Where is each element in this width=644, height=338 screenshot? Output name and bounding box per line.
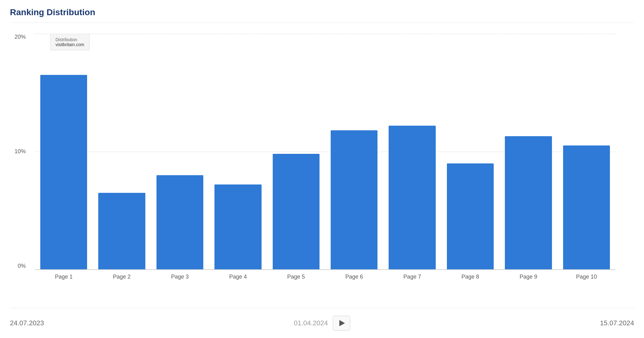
bar-page-10: [563, 145, 610, 269]
baseline: [35, 269, 615, 270]
tooltip-label: Distribution: [55, 37, 84, 42]
y-axis-labels: 20% 10% 0%: [15, 34, 26, 269]
y-label-0: 0%: [18, 263, 26, 269]
bar-group: [267, 34, 325, 269]
bar-group: [558, 34, 615, 269]
chart-inner: 20% 10% 0%: [35, 34, 615, 269]
x-label-page-6: Page 6: [325, 274, 383, 280]
page-container: Ranking Distribution Distribution visitb…: [0, 0, 644, 338]
x-label-page-2: Page 2: [93, 274, 151, 280]
bottom-bar: 24.07.2023 01.04.2024 15.07.2024: [10, 308, 634, 331]
x-label-page-1: Page 1: [35, 274, 93, 280]
bar-group: [383, 34, 441, 269]
bar-page-1: [40, 75, 87, 269]
bar-page-3: [157, 175, 203, 269]
x-label-page-10: Page 10: [558, 274, 615, 280]
bar-group: [209, 34, 267, 269]
bars-container: [35, 34, 615, 269]
bar-group: [93, 34, 151, 269]
tooltip-value: visitbritain.com: [55, 42, 84, 47]
x-label-page-8: Page 8: [441, 274, 499, 280]
bar-group: [325, 34, 383, 269]
x-label-page-7: Page 7: [383, 274, 441, 280]
bar-page-2: [98, 193, 145, 269]
bar-group: [499, 34, 557, 269]
play-area: 01.04.2024: [294, 316, 350, 331]
bar-page-8: [447, 163, 494, 269]
bar-group: [151, 34, 209, 269]
chart-area: Distribution visitbritain.com 20% 10% 0%…: [10, 28, 634, 299]
bar-group: [35, 34, 93, 269]
start-date: 24.07.2023: [10, 319, 44, 327]
x-label-page-4: Page 4: [209, 274, 267, 280]
bar-page-7: [389, 126, 435, 269]
bar-page-4: [214, 184, 261, 269]
y-label-20: 20%: [15, 34, 26, 40]
center-date: 01.04.2024: [294, 319, 328, 327]
bar-page-5: [273, 154, 320, 269]
bar-page-6: [331, 130, 377, 269]
x-label-page-9: Page 9: [499, 274, 557, 280]
end-date: 15.07.2024: [600, 319, 634, 327]
y-label-10: 10%: [15, 148, 26, 155]
bar-page-9: [505, 136, 552, 269]
play-button[interactable]: [333, 316, 350, 331]
x-label-page-5: Page 5: [267, 274, 325, 280]
tooltip-box: Distribution visitbritain.com: [50, 34, 90, 50]
x-labels: Page 1Page 2Page 3Page 4Page 5Page 6Page…: [35, 274, 615, 280]
bar-group: [441, 34, 499, 269]
play-icon: [339, 320, 345, 326]
page-title: Ranking Distribution: [10, 7, 634, 23]
x-label-page-3: Page 3: [151, 274, 209, 280]
